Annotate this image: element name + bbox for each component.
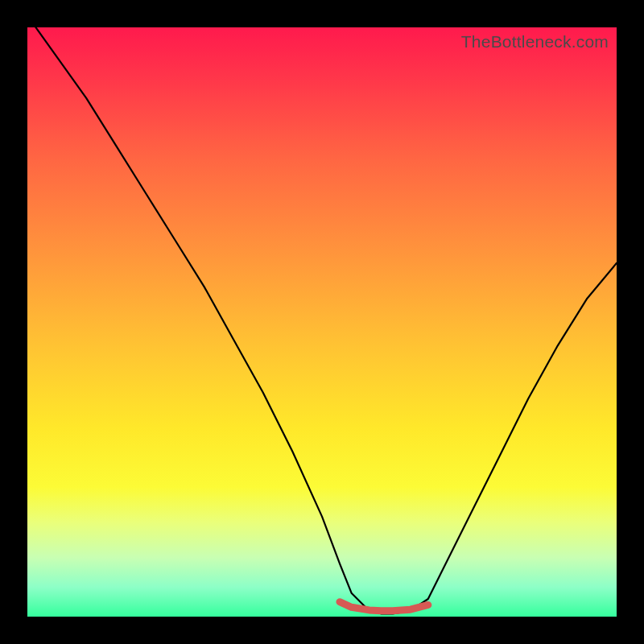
watermark-label: TheBottleneck.com [461, 32, 609, 52]
bottleneck-curve-path [27, 27, 617, 613]
plot-area: TheBottleneck.com [27, 27, 617, 617]
chart-frame: TheBottleneck.com [0, 0, 644, 644]
optimal-segment-path [340, 602, 428, 611]
curve-layer [27, 27, 617, 617]
